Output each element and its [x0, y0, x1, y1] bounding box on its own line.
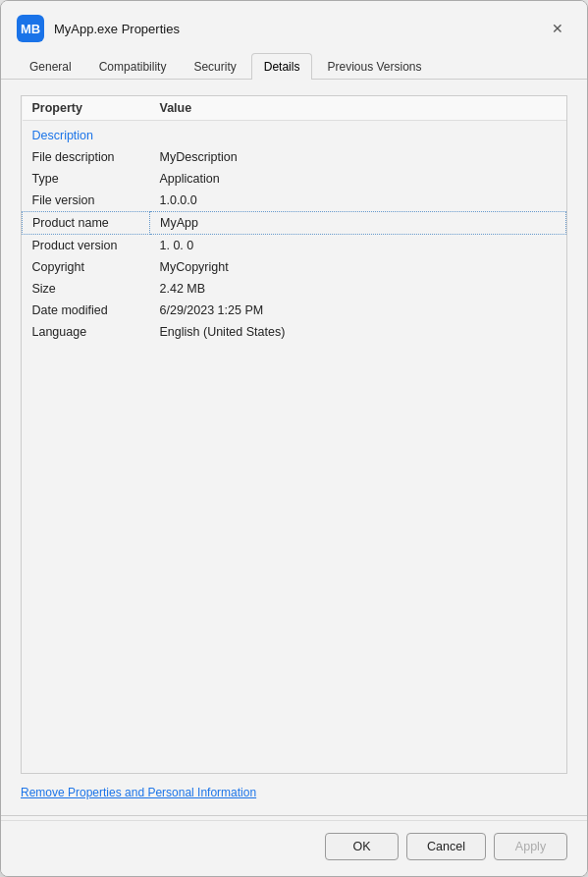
col-header-value: Value: [150, 96, 566, 121]
tab-compatibility[interactable]: Compatibility: [86, 53, 180, 80]
val-product-name: MyApp: [150, 212, 566, 235]
tab-previous-versions[interactable]: Previous Versions: [314, 53, 434, 80]
table-row: File version 1.0.0.0: [23, 190, 566, 212]
prop-language: Language: [23, 321, 150, 343]
table-row: File description MyDescription: [23, 146, 566, 168]
window-title: MyApp.exe Properties: [54, 22, 534, 36]
section-description-label: Description: [23, 121, 566, 147]
title-bar: MB MyApp.exe Properties ✕: [1, 1, 587, 52]
table-row: Language English (United States): [23, 321, 566, 343]
close-button[interactable]: ✕: [544, 15, 571, 42]
cancel-button[interactable]: Cancel: [406, 833, 486, 860]
table-row: Copyright MyCopyright: [23, 256, 566, 278]
section-description-row: Description: [23, 121, 566, 147]
app-icon: MB: [17, 15, 44, 42]
tab-bar: General Compatibility Security Details P…: [1, 52, 587, 80]
tab-security[interactable]: Security: [181, 53, 248, 80]
properties-table-container: Property Value Description File descript…: [21, 95, 567, 774]
val-file-version: 1.0.0.0: [150, 190, 566, 212]
val-copyright: MyCopyright: [150, 256, 566, 278]
footer-buttons: OK Cancel Apply: [1, 820, 587, 876]
tab-general[interactable]: General: [17, 53, 84, 80]
val-product-version: 1. 0. 0: [150, 235, 566, 257]
table-row: Date modified 6/29/2023 1:25 PM: [23, 300, 566, 321]
prop-file-description: File description: [23, 146, 150, 168]
prop-type: Type: [23, 168, 150, 190]
prop-file-version: File version: [23, 190, 150, 212]
val-type: Application: [150, 168, 566, 190]
remove-properties-link[interactable]: Remove Properties and Personal Informati…: [21, 786, 567, 799]
properties-table: Property Value Description File descript…: [22, 96, 566, 343]
properties-window: MB MyApp.exe Properties ✕ General Compat…: [0, 0, 588, 877]
prop-size: Size: [23, 278, 150, 300]
table-row-highlighted: Product name MyApp: [23, 212, 566, 235]
footer-divider: [1, 815, 587, 816]
col-header-property: Property: [23, 96, 150, 121]
val-file-description: MyDescription: [150, 146, 566, 168]
table-row: Product version 1. 0. 0: [23, 235, 566, 257]
tab-details[interactable]: Details: [251, 53, 313, 80]
prop-product-version: Product version: [23, 235, 150, 257]
table-row: Type Application: [23, 168, 566, 190]
prop-product-name: Product name: [23, 212, 150, 235]
val-size: 2.42 MB: [150, 278, 566, 300]
prop-date-modified: Date modified: [23, 300, 150, 321]
ok-button[interactable]: OK: [325, 833, 399, 860]
val-date-modified: 6/29/2023 1:25 PM: [150, 300, 566, 321]
prop-copyright: Copyright: [23, 256, 150, 278]
table-row: Size 2.42 MB: [23, 278, 566, 300]
val-language: English (United States): [150, 321, 566, 343]
main-content: Property Value Description File descript…: [1, 80, 587, 815]
apply-button[interactable]: Apply: [494, 833, 567, 860]
